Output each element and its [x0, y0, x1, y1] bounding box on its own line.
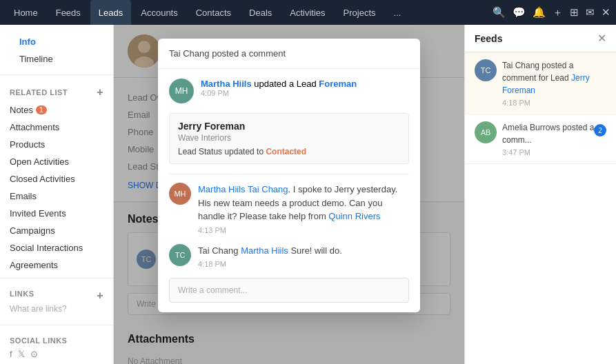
feeds-panel: Feeds ✕ TC Tai Chang posted a comment fo… — [464, 25, 616, 364]
modal-message-1: MH Martha Hiils Tai Chang. I spoke to Je… — [169, 183, 409, 234]
links-section: LINKS + What are links? — [0, 283, 113, 321]
feed-item-2-text: Amelia Burrows posted a comm... — [502, 121, 606, 146]
sidebar-item-agreements[interactable]: Agreements — [0, 256, 113, 274]
sidebar-item-open-activities[interactable]: Open Activities — [0, 153, 113, 170]
sidebar-item-products[interactable]: Products — [0, 136, 113, 153]
notes-badge: 1 — [36, 105, 47, 114]
sidebar-item-invited-events[interactable]: Invited Events — [0, 205, 113, 222]
sidebar: Info Timeline RELATED LIST + Notes 1 Att… — [0, 25, 114, 364]
related-list-title: RELATED LIST + — [0, 79, 113, 101]
sidebar-item-campaigns[interactable]: Campaigns — [0, 222, 113, 239]
modal-comment-input[interactable]: Write a comment... — [169, 278, 409, 303]
sidebar-item-attachments[interactable]: Attachments — [0, 119, 113, 136]
modal-lead-name: Jerry Foreman — [178, 121, 400, 132]
grid-icon[interactable]: ⊞ — [570, 6, 579, 19]
main-layout: Info Timeline RELATED LIST + Notes 1 Att… — [0, 25, 616, 364]
modal-msg1-avatar: MH — [169, 183, 191, 205]
feed-item-2-content: Amelia Burrows posted a comm... 3:47 PM — [502, 121, 606, 156]
links-subtitle: What are links? — [10, 304, 103, 314]
modal-msg1-text: Martha Hiils Tai Chang. I spoke to Jerry… — [198, 183, 409, 223]
mail-icon[interactable]: ✉ — [586, 6, 595, 19]
modal-msg1-author: Martha Hiils — [198, 184, 246, 194]
modal-update-link[interactable]: Foreman — [319, 79, 357, 89]
feed-avatar-1: TC — [475, 59, 497, 81]
sidebar-item-closed-activities[interactable]: Closed Activities — [0, 170, 113, 188]
feeds-close-button[interactable]: ✕ — [597, 32, 606, 45]
modal-updater-name: Martha Hiils — [201, 79, 252, 89]
modal-msg1-mention2: Quinn Rivers — [328, 211, 380, 221]
modal-msg2-time: 4:18 PM — [198, 260, 409, 268]
nav-deals[interactable]: Deals — [241, 0, 280, 25]
top-nav: Home Feeds Leads Accounts Contacts Deals… — [0, 0, 616, 25]
nav-projects[interactable]: Projects — [335, 0, 384, 25]
nav-leads[interactable]: Leads — [90, 0, 131, 25]
twitter-icon[interactable]: 𝕏 — [18, 349, 25, 359]
nav-home[interactable]: Home — [6, 0, 46, 25]
nav-contacts[interactable]: Contacts — [188, 0, 239, 25]
modal-update-text: updated a Lead — [254, 79, 319, 89]
social-links-section: SOCIAL LINKS f 𝕏 ⊙ — [0, 330, 113, 364]
modal-lead-status-value: Contacted — [266, 147, 306, 156]
sidebar-item-timeline[interactable]: Timeline — [10, 50, 103, 68]
feed-item-1-content: Tai Chang posted a comment for Lead Jerr… — [502, 59, 606, 107]
related-list-add[interactable]: + — [97, 86, 103, 99]
sidebar-item-info[interactable]: Info — [10, 33, 103, 50]
modal-overlay[interactable]: Tai Chang posted a comment MH Martha Hii… — [114, 25, 464, 364]
links-add[interactable]: + — [97, 290, 103, 302]
nav-activities[interactable]: Activities — [281, 0, 333, 25]
social-links-title: SOCIAL LINKS — [10, 336, 103, 345]
feed-item-2-time: 3:47 PM — [502, 148, 606, 156]
modal-msg2-mention: Martha Hiils — [241, 245, 288, 256]
nav-icons: 🔍 💬 🔔 ＋ ⊞ ✉ ✕ — [493, 6, 610, 19]
search-icon[interactable]: 🔍 — [493, 6, 506, 19]
sidebar-item-notes[interactable]: Notes 1 — [0, 101, 113, 119]
links-title: LINKS + — [10, 290, 103, 302]
close-icon[interactable]: ✕ — [602, 6, 610, 19]
chat-icon[interactable]: 💬 — [513, 6, 526, 19]
social-icons: f 𝕏 ⊙ — [10, 349, 103, 359]
feed-item-1-text: Tai Chang posted a comment for Lead Jerr… — [502, 59, 606, 97]
facebook-icon[interactable]: f — [10, 349, 12, 359]
nav-more[interactable]: ... — [386, 0, 410, 25]
modal-messages: MH Martha Hiils Tai Chang. I spoke to Je… — [169, 174, 409, 303]
feed-avatar-2: AB — [475, 121, 497, 143]
sidebar-item-emails[interactable]: Emails — [0, 188, 113, 205]
feed-item-1[interactable]: TC Tai Chang posted a comment for Lead J… — [465, 52, 616, 114]
modal-lead-card: Jerry Foreman Wave Interiors Lead Status… — [169, 113, 409, 164]
modal-header: Tai Chang posted a comment — [158, 39, 420, 69]
main-content: Jerry F Lead Owner Email Phone Mobile Le… — [114, 25, 464, 364]
feeds-header: Feeds ✕ — [465, 25, 616, 52]
modal-msg2-author: Tai Chang — [198, 245, 239, 256]
modal-msg1-content: Martha Hiils Tai Chang. I spoke to Jerry… — [198, 183, 409, 234]
add-icon[interactable]: ＋ — [553, 6, 563, 19]
modal-update-comment: MH Martha Hiils updated a Lead Foreman 4… — [169, 79, 409, 103]
nav-accounts[interactable]: Accounts — [132, 0, 186, 25]
modal-martha-avatar: MH — [169, 79, 194, 103]
modal-lead-company: Wave Interiors — [178, 133, 400, 143]
feeds-title: Feeds — [475, 33, 502, 44]
feed-item-2[interactable]: AB Amelia Burrows posted a comm... 3:47 … — [465, 114, 616, 164]
modal-msg2-avatar: TC — [169, 244, 191, 266]
modal-message-2: TC Tai Chang Martha Hiils Sure! will do.… — [169, 244, 409, 269]
modal-update-time: 4:09 PM — [201, 89, 409, 97]
nav-feeds[interactable]: Feeds — [48, 0, 89, 25]
modal-body: MH Martha Hiils updated a Lead Foreman 4… — [158, 69, 420, 312]
bell-icon[interactable]: 🔔 — [533, 6, 546, 19]
modal-lead-status-label: Lead Status updated to — [178, 147, 266, 156]
sidebar-item-social-interactions[interactable]: Social Interactions — [0, 239, 113, 256]
modal-msg2-content: Tai Chang Martha Hiils Sure! will do. 4:… — [198, 244, 409, 269]
web-icon[interactable]: ⊙ — [30, 349, 38, 359]
modal-comment-content: Martha Hiils updated a Lead Foreman 4:09… — [201, 79, 409, 103]
modal-msg1-time: 4:13 PM — [198, 226, 409, 234]
modal-update-line: Martha Hiils updated a Lead Foreman — [201, 79, 409, 89]
modal: Tai Chang posted a comment MH Martha Hii… — [158, 39, 420, 312]
feed-item-1-time: 4:18 PM — [502, 99, 606, 107]
modal-lead-status: Lead Status updated to Contacted — [178, 147, 400, 156]
modal-msg2-text: Tai Chang Martha Hiils Sure! will do. — [198, 244, 409, 258]
feed-item-2-badge: 2 — [594, 124, 606, 136]
sidebar-nav-section: Info Timeline — [0, 25, 113, 70]
